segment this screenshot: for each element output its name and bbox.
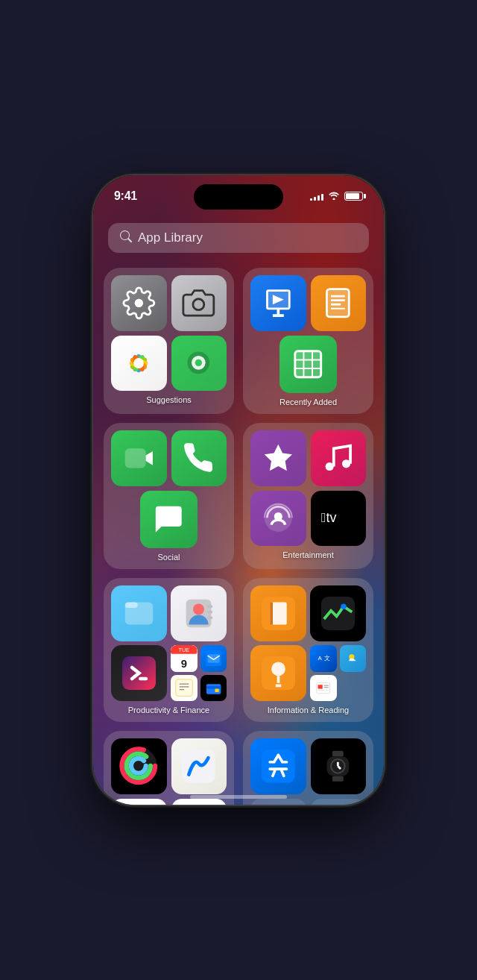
app-icon-shortcuts[interactable] <box>111 645 167 701</box>
svg-text:A: A <box>318 655 323 662</box>
app-icon-appletv[interactable]: tv <box>311 491 367 547</box>
app-icon-keynote[interactable] <box>250 275 306 331</box>
svg-rect-44 <box>207 605 213 608</box>
app-icon-phone[interactable] <box>171 430 227 486</box>
svg-marker-34 <box>265 445 292 471</box>
app-icon-itunes[interactable] <box>250 430 306 486</box>
app-icon-contacts[interactable] <box>171 585 227 641</box>
signal-icon <box>310 192 323 201</box>
folder-label-social: Social <box>111 553 227 562</box>
svg-rect-74 <box>318 685 323 688</box>
folder-utilities[interactable] <box>243 731 373 805</box>
svg-text:文: 文 <box>324 655 330 662</box>
svg-rect-32 <box>125 448 146 468</box>
svg-rect-63 <box>270 603 273 625</box>
dynamic-island <box>194 184 283 210</box>
app-icon-wallet[interactable] <box>200 675 227 702</box>
svg-rect-46 <box>207 616 213 619</box>
app-icon-pages[interactable] <box>311 275 367 331</box>
svg-rect-60 <box>215 688 218 691</box>
folder-label-suggestions: Suggestions <box>111 395 227 404</box>
folder-entertainment[interactable]: tv Entertainment <box>243 423 373 569</box>
app-icon-activity[interactable] <box>111 738 167 794</box>
folder-health[interactable] <box>104 731 234 805</box>
app-icon-facetime[interactable] <box>111 430 167 486</box>
app-icon-findmy[interactable] <box>171 336 227 392</box>
svg-point-65 <box>341 603 347 609</box>
phone-frame: 9:41 <box>93 175 384 805</box>
folder-productivity[interactable]: TUE 9 <box>104 578 234 722</box>
svg-rect-45 <box>207 611 213 614</box>
svg-rect-41 <box>125 603 138 609</box>
svg-text:tv: tv <box>321 510 336 525</box>
app-icon-mail[interactable] <box>200 645 227 672</box>
app-icon-weather[interactable] <box>340 645 367 672</box>
app-icon-maps[interactable] <box>171 799 227 805</box>
app-icon-photos[interactable] <box>111 336 167 392</box>
svg-point-35 <box>326 462 334 471</box>
app-icon-placeholder2 <box>311 799 367 805</box>
app-icon-numbers[interactable] <box>279 336 338 394</box>
home-indicator[interactable] <box>190 795 287 799</box>
svg-point-17 <box>195 359 202 366</box>
status-bar: 9:41 <box>93 175 384 213</box>
folder-suggestions[interactable]: Suggestions <box>104 268 234 414</box>
app-icon-books[interactable] <box>250 585 306 641</box>
app-icon-podcasts[interactable] <box>250 491 306 547</box>
status-icons <box>310 190 363 202</box>
app-icon-appstore[interactable] <box>250 738 306 794</box>
app-icon-placeholder1 <box>250 799 306 805</box>
search-bar-placeholder: App Library <box>138 230 203 245</box>
app-icon-watch[interactable] <box>311 738 367 794</box>
svg-rect-53 <box>207 654 219 663</box>
svg-text:TUE: TUE <box>178 647 189 653</box>
folder-label-entertainment: Entertainment <box>250 550 366 559</box>
svg-rect-27 <box>295 351 321 377</box>
svg-point-1 <box>193 299 204 310</box>
svg-rect-22 <box>327 289 350 317</box>
svg-rect-86 <box>332 751 344 756</box>
folder-label-recently-added: Recently Added <box>250 398 366 406</box>
app-icon-freeform[interactable] <box>171 738 227 794</box>
svg-rect-59 <box>206 686 221 689</box>
app-icon-stocks[interactable] <box>310 585 366 641</box>
folder-label-productivity: Productivity & Finance <box>111 706 227 714</box>
svg-text:9: 9 <box>181 658 187 670</box>
search-bar[interactable]: App Library <box>108 223 369 253</box>
app-icon-calendar[interactable]: TUE 9 <box>171 645 198 672</box>
svg-point-14 <box>133 358 144 368</box>
svg-rect-82 <box>182 750 215 783</box>
status-time: 9:41 <box>114 189 137 203</box>
svg-point-43 <box>193 603 204 615</box>
app-icon-files[interactable] <box>111 585 167 641</box>
phone-screen: 9:41 <box>93 175 384 805</box>
folder-label-information: Information & Reading <box>250 706 366 714</box>
svg-rect-54 <box>175 679 192 697</box>
app-icon-news[interactable] <box>310 675 337 702</box>
folder-apps-entertainment: tv <box>250 430 366 546</box>
app-icon-reminders[interactable] <box>171 675 198 702</box>
folder-apps-social <box>111 430 227 548</box>
svg-point-67 <box>271 662 285 676</box>
app-grid-bottom <box>93 731 384 805</box>
folder-information[interactable]: A 文 <box>243 578 373 722</box>
app-grid: Suggestions <box>93 268 384 722</box>
battery-icon <box>344 192 363 201</box>
wifi-icon <box>328 190 340 202</box>
svg-point-0 <box>135 299 143 307</box>
folder-apps-suggestions <box>111 275 227 391</box>
svg-rect-87 <box>332 776 344 781</box>
app-icon-translate[interactable]: A 文 <box>310 645 337 672</box>
app-icon-health[interactable] <box>111 799 167 805</box>
svg-marker-33 <box>146 451 153 465</box>
app-icon-messages[interactable] <box>140 491 198 549</box>
app-icon-tips[interactable] <box>250 645 306 701</box>
app-icon-settings[interactable] <box>111 275 167 331</box>
folder-social[interactable]: Social <box>104 423 234 569</box>
app-icon-music[interactable] <box>311 430 367 486</box>
svg-point-36 <box>342 459 350 468</box>
search-icon <box>120 230 132 245</box>
folder-recently-added[interactable]: Recently Added <box>243 268 373 414</box>
app-icon-camera[interactable] <box>171 275 227 331</box>
